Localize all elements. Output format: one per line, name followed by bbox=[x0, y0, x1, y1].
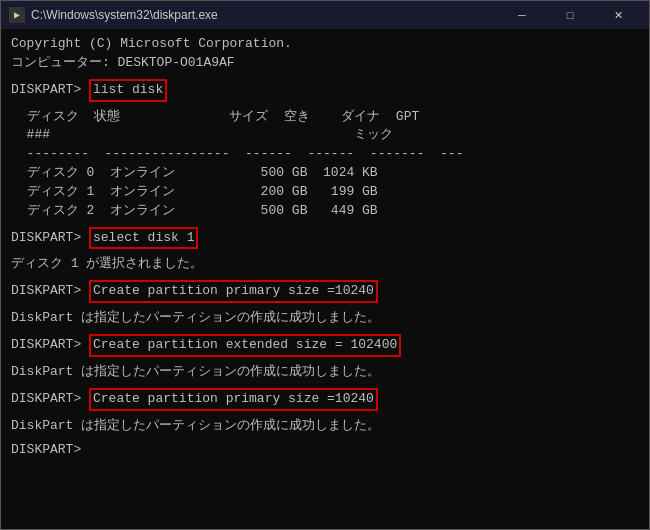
window-title: C:\Windows\system32\diskpart.exe bbox=[31, 8, 218, 22]
minimize-button[interactable]: ─ bbox=[499, 5, 545, 25]
console-line: DiskPart は指定したパーティションの作成に成功しました。 bbox=[11, 363, 639, 382]
maximize-button[interactable]: □ bbox=[547, 5, 593, 25]
title-bar: ▶ C:\Windows\system32\diskpart.exe ─ □ ✕ bbox=[1, 1, 649, 29]
app-icon: ▶ bbox=[9, 7, 25, 23]
console-line: DISKPART> bbox=[11, 441, 639, 460]
command-text: Create partition primary size =10240 bbox=[89, 388, 378, 411]
command-text: select disk 1 bbox=[89, 227, 198, 250]
console-line: DISKPART> Create partition primary size … bbox=[11, 388, 639, 411]
command-text: Create partition primary size =10240 bbox=[89, 280, 378, 303]
console-line: ディスク 0 オンライン 500 GB 1024 KB bbox=[11, 164, 639, 183]
console-line: ディスク 1 オンライン 200 GB 199 GB bbox=[11, 183, 639, 202]
prompt: DISKPART> bbox=[11, 442, 89, 457]
console-line: DISKPART> select disk 1 bbox=[11, 227, 639, 250]
close-button[interactable]: ✕ bbox=[595, 5, 641, 25]
window-controls: ─ □ ✕ bbox=[499, 5, 641, 25]
console-line: ディスク 1 が選択されました。 bbox=[11, 255, 639, 274]
prompt: DISKPART> bbox=[11, 337, 89, 352]
prompt: DISKPART> bbox=[11, 82, 89, 97]
console-line: ディスク 2 オンライン 500 GB 449 GB bbox=[11, 202, 639, 221]
console-line: DISKPART> Create partition extended size… bbox=[11, 334, 639, 357]
command-text: Create partition extended size = 102400 bbox=[89, 334, 401, 357]
console-line: DiskPart は指定したパーティションの作成に成功しました。 bbox=[11, 417, 639, 436]
prompt: DISKPART> bbox=[11, 283, 89, 298]
prompt: DISKPART> bbox=[11, 230, 89, 245]
console-line: コンピューター: DESKTOP-O01A9AF bbox=[11, 54, 639, 73]
console-line: DiskPart は指定したパーティションの作成に成功しました。 bbox=[11, 309, 639, 328]
console-line: DISKPART> Create partition primary size … bbox=[11, 280, 639, 303]
console-area[interactable]: Copyright (C) Microsoft Corporation.コンピュ… bbox=[1, 29, 649, 529]
prompt: DISKPART> bbox=[11, 391, 89, 406]
console-line: -------- ---------------- ------ ------ … bbox=[11, 145, 639, 164]
command-text: list disk bbox=[89, 79, 167, 102]
title-bar-left: ▶ C:\Windows\system32\diskpart.exe bbox=[9, 7, 218, 23]
window: ▶ C:\Windows\system32\diskpart.exe ─ □ ✕… bbox=[0, 0, 650, 530]
console-line: ### ミック bbox=[11, 126, 639, 145]
console-line: Copyright (C) Microsoft Corporation. bbox=[11, 35, 639, 54]
console-line: DISKPART> list disk bbox=[11, 79, 639, 102]
console-line: ディスク 状態 サイズ 空き ダイナ GPT bbox=[11, 108, 639, 127]
